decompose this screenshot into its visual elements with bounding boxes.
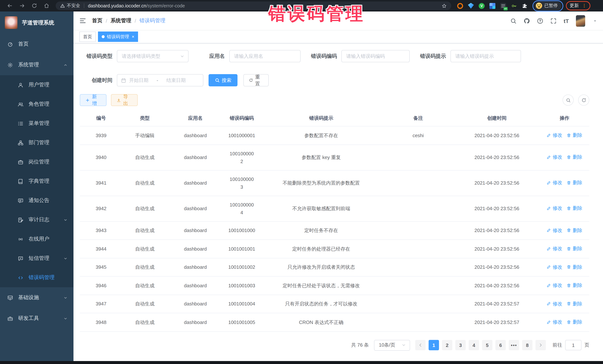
sidebar-item-menu-management[interactable]: 菜单管理 bbox=[0, 114, 73, 133]
export-button[interactable]: 导出 bbox=[111, 94, 138, 106]
close-icon[interactable]: × bbox=[132, 34, 134, 39]
edit-link[interactable]: 修改 bbox=[547, 226, 562, 234]
fullscreen-icon[interactable] bbox=[550, 18, 557, 24]
breadcrumb-home[interactable]: 首页 bbox=[92, 17, 103, 24]
sidebar-item-home[interactable]: 首页 bbox=[0, 34, 73, 55]
address-bar[interactable]: 不安全 dashboard.yudao.iocoder.cn /system/e… bbox=[56, 1, 451, 10]
extension-grid-icon[interactable] bbox=[489, 3, 495, 9]
app-window: 错误码管理 不安全 dashboard.yudao.iocoder.cn /sy… bbox=[0, 0, 603, 364]
cell-app-name: dashboard bbox=[167, 144, 223, 170]
edit-link[interactable]: 修改 bbox=[547, 263, 562, 271]
cell-type: 自动生成 bbox=[122, 221, 167, 240]
extension-orange-ring-icon[interactable] bbox=[457, 3, 463, 9]
delete-link[interactable]: 删除 bbox=[567, 153, 582, 161]
page-button-3[interactable]: 3 bbox=[455, 340, 466, 350]
error-code-input[interactable] bbox=[341, 50, 410, 62]
edit-link[interactable]: 修改 bbox=[547, 131, 562, 139]
caret-down-icon[interactable] bbox=[593, 19, 597, 23]
back-icon[interactable] bbox=[7, 3, 13, 9]
edit-link[interactable]: 修改 bbox=[547, 204, 562, 212]
hamburger-icon[interactable] bbox=[79, 17, 86, 24]
github-icon[interactable] bbox=[524, 18, 530, 24]
table-row: 3945自动生成dashboard1001001002只允许修改为开启或者关闭状… bbox=[80, 258, 589, 276]
edit-link[interactable]: 修改 bbox=[547, 281, 562, 289]
help-icon[interactable] bbox=[537, 18, 543, 24]
add-button[interactable]: 新增 bbox=[80, 94, 106, 106]
sidebar-item-notice[interactable]: 通知公告 bbox=[0, 191, 73, 210]
cell-type: 自动生成 bbox=[122, 240, 167, 258]
page-button-5[interactable]: 5 bbox=[482, 340, 492, 350]
error-hint-input[interactable] bbox=[451, 50, 521, 62]
sidebar-item-label: 通知公告 bbox=[29, 197, 49, 204]
sidebar-item-dev-tools[interactable]: 研发工具 bbox=[0, 308, 73, 329]
date-range-picker[interactable]: 开始日期 - 结束日期 bbox=[117, 74, 203, 86]
font-size-icon[interactable]: tT bbox=[564, 18, 569, 23]
page-size-select[interactable]: 10条/页 bbox=[374, 340, 410, 351]
delete-link[interactable]: 删除 bbox=[567, 300, 582, 308]
goto-page-input[interactable] bbox=[565, 340, 581, 350]
refresh-table-button[interactable] bbox=[578, 95, 589, 106]
page-button-6[interactable]: 6 bbox=[495, 340, 506, 350]
cell-create-time: 2021-04-20 23:52:56 bbox=[454, 126, 540, 144]
extension-blue-gem-icon[interactable] bbox=[468, 3, 474, 9]
page-button-4[interactable]: 4 bbox=[469, 340, 479, 350]
edit-link[interactable]: 修改 bbox=[547, 179, 562, 187]
delete-link[interactable]: 删除 bbox=[567, 245, 582, 253]
sidebar-item-infrastructure[interactable]: 基础设施 bbox=[0, 287, 73, 308]
sidebar-item-user-management[interactable]: 用户管理 bbox=[0, 75, 73, 95]
security-label[interactable]: 不安全 bbox=[67, 3, 80, 9]
next-page-button[interactable] bbox=[535, 340, 546, 350]
app-logo-row[interactable]: 芋道管理系统 bbox=[0, 11, 73, 34]
edit-link[interactable]: 修改 bbox=[547, 245, 562, 253]
delete-link[interactable]: 删除 bbox=[567, 179, 582, 187]
forward-icon[interactable] bbox=[19, 3, 25, 9]
reload-icon[interactable] bbox=[32, 3, 37, 9]
page-button-1[interactable]: 1 bbox=[429, 340, 439, 350]
sidebar-item-sms-management[interactable]: 短信管理 bbox=[0, 249, 73, 268]
sidebar-item-dict-management[interactable]: 字典管理 bbox=[0, 172, 73, 191]
edit-link[interactable]: 修改 bbox=[547, 318, 562, 326]
sidebar-item-dept-management[interactable]: 部门管理 bbox=[0, 133, 73, 152]
browser-update-button[interactable]: 更新 bbox=[567, 2, 589, 10]
home-icon[interactable] bbox=[44, 3, 49, 9]
tab-error-code-management[interactable]: 错误码管理× bbox=[98, 32, 138, 42]
cell-id: 3940 bbox=[80, 144, 122, 170]
sidebar-item-label: 研发工具 bbox=[18, 315, 39, 322]
breadcrumb-system[interactable]: 系统管理 bbox=[111, 17, 131, 24]
sidebar-item-error-code-management[interactable]: 错误码管理 bbox=[0, 268, 73, 287]
prev-page-button[interactable] bbox=[415, 340, 426, 350]
error-type-select[interactable]: 请选择错误码类型 bbox=[117, 50, 188, 62]
user-avatar[interactable] bbox=[576, 15, 585, 26]
sidebar-item-online-user[interactable]: 在线用户 bbox=[0, 230, 73, 249]
edit-link[interactable]: 修改 bbox=[547, 153, 562, 161]
delete-link[interactable]: 删除 bbox=[567, 281, 582, 289]
sidebar-item-post-management[interactable]: 岗位管理 bbox=[0, 152, 73, 172]
sidebar-item-role-management[interactable]: 角色管理 bbox=[0, 95, 73, 114]
sidebar-item-system-management[interactable]: 系统管理 bbox=[0, 55, 73, 75]
start-date-placeholder: 开始日期 bbox=[129, 77, 149, 84]
edit-link[interactable]: 修改 bbox=[547, 300, 562, 308]
bookmark-star-icon[interactable] bbox=[441, 3, 447, 8]
app-name-input[interactable] bbox=[229, 50, 301, 62]
search-icon[interactable] bbox=[510, 18, 517, 24]
sidebar-item-audit-log[interactable]: 审计日志 bbox=[0, 210, 73, 230]
cell-code: 1001000002 bbox=[224, 144, 260, 170]
show-search-toggle-button[interactable] bbox=[563, 95, 574, 106]
sidebar-item-label: 在线用户 bbox=[29, 236, 49, 243]
tab-home[interactable]: 首页 bbox=[79, 32, 96, 42]
cell-remark bbox=[383, 170, 454, 196]
extensions-puzzle-icon[interactable] bbox=[522, 3, 528, 9]
extension-green-check-icon[interactable]: V bbox=[479, 3, 485, 9]
extension-key-icon[interactable] bbox=[511, 3, 517, 9]
delete-link[interactable]: 删除 bbox=[567, 204, 582, 212]
delete-link[interactable]: 删除 bbox=[567, 131, 582, 139]
page-button-8[interactable]: 8 bbox=[522, 340, 533, 350]
reset-button[interactable]: 重置 bbox=[244, 74, 269, 86]
search-button[interactable]: 搜索 bbox=[209, 74, 237, 86]
profile-paused-chip[interactable]: 已暂停 bbox=[534, 1, 561, 10]
delete-link[interactable]: 删除 bbox=[567, 318, 582, 326]
extension-list-icon[interactable]: on bbox=[500, 3, 506, 9]
delete-link[interactable]: 删除 bbox=[567, 263, 582, 271]
delete-link[interactable]: 删除 bbox=[567, 226, 582, 234]
page-button-2[interactable]: 2 bbox=[442, 340, 452, 350]
